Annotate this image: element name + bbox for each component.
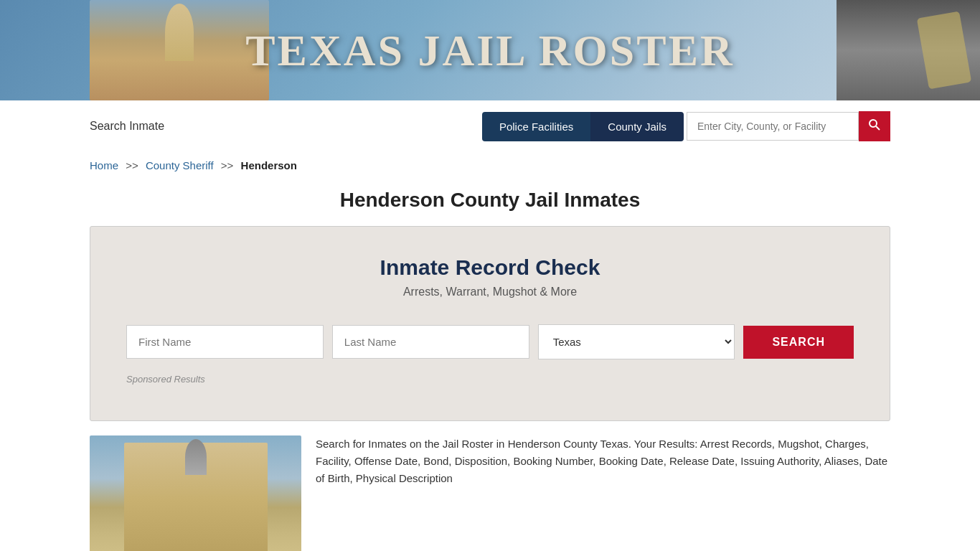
courthouse-image	[90, 435, 301, 551]
search-box: Inmate Record Check Arrests, Warrant, Mu…	[90, 226, 890, 421]
search-icon	[869, 119, 880, 131]
search-inmate-label: Search Inmate	[90, 120, 164, 133]
site-title: Texas Jail Roster	[245, 25, 735, 76]
breadcrumb-county-sheriff[interactable]: County Sheriff	[146, 159, 214, 171]
record-check-subtitle: Arrests, Warrant, Mugshot & More	[126, 286, 854, 298]
svg-line-1	[876, 126, 880, 130]
page-title: Henderson County Jail Inmates	[0, 189, 980, 212]
inmate-search-button[interactable]: SEARCH	[743, 326, 854, 359]
breadcrumb-home[interactable]: Home	[90, 159, 118, 171]
facility-search-input[interactable]	[687, 112, 859, 141]
page-title-area: Henderson County Jail Inmates	[0, 183, 980, 226]
sponsored-label: Sponsored Results	[126, 374, 854, 385]
keys-image	[837, 0, 980, 100]
svg-point-0	[870, 120, 877, 127]
description-text: Search for Inmates on the Jail Roster in…	[316, 435, 890, 551]
state-select[interactable]: AlabamaAlaskaArizonaArkansasCaliforniaCo…	[538, 324, 735, 359]
search-fields: AlabamaAlaskaArizonaArkansasCaliforniaCo…	[126, 324, 854, 359]
breadcrumb-current: Henderson	[241, 159, 297, 171]
breadcrumb-sep2: >>	[221, 159, 234, 171]
last-name-input[interactable]	[332, 325, 529, 359]
breadcrumb-sep1: >>	[126, 159, 138, 171]
breadcrumb: Home >> County Sheriff >> Henderson	[0, 152, 980, 183]
nav-right: Police Facilities County Jails	[482, 111, 890, 141]
header-banner: Texas Jail Roster	[0, 0, 980, 100]
nav-bar: Search Inmate Police Facilities County J…	[0, 100, 980, 152]
bottom-section: Search for Inmates on the Jail Roster in…	[90, 435, 890, 551]
facility-search-button[interactable]	[859, 111, 890, 141]
capitol-image	[90, 0, 269, 100]
first-name-input[interactable]	[126, 325, 324, 359]
record-check-title: Inmate Record Check	[126, 255, 854, 280]
county-jails-button[interactable]: County Jails	[590, 112, 684, 141]
police-facilities-button[interactable]: Police Facilities	[482, 112, 590, 141]
